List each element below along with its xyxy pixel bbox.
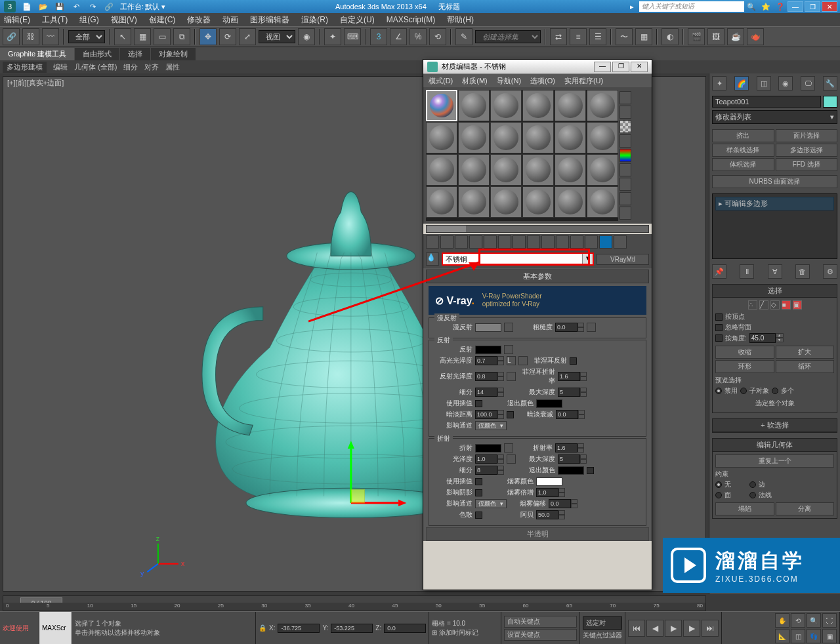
reflect-color[interactable] — [475, 346, 501, 354]
ref-coord[interactable]: 视图 — [259, 30, 295, 43]
material-slot[interactable] — [587, 154, 618, 186]
material-slot[interactable] — [587, 122, 618, 153]
subobj-poly-icon[interactable]: ■ — [782, 300, 791, 310]
subtab-polymodel[interactable]: 多边形建模 — [3, 62, 47, 73]
goto-end-icon[interactable]: ⏭ — [702, 620, 719, 637]
manipulate-icon[interactable]: ✦ — [324, 28, 341, 45]
btn-grow[interactable]: 扩大 — [776, 346, 835, 359]
subobj-border-icon[interactable]: ◇ — [770, 300, 780, 310]
refl-affect-dropdown[interactable]: 仅颜色▾ — [475, 421, 507, 430]
eyedropper-icon[interactable]: 💧 — [426, 252, 439, 266]
me-close-button[interactable]: ✕ — [631, 62, 648, 72]
btn-ring[interactable]: 环形 — [715, 360, 774, 373]
btn-patchsel[interactable]: 面片选择 — [776, 129, 838, 142]
utilities-panel-icon[interactable]: 🔧 — [823, 76, 837, 91]
refr-subdiv-spinner[interactable] — [475, 466, 504, 475]
region-zoom-icon[interactable]: ▣ — [822, 629, 837, 643]
make-unique-icon[interactable] — [498, 235, 511, 249]
mirror-icon[interactable]: ⇄ — [550, 28, 567, 45]
fog-bias-spinner[interactable] — [549, 499, 578, 508]
menu-maxscript[interactable]: MAXScript(M) — [387, 15, 436, 24]
preview-icon[interactable] — [620, 163, 631, 176]
menu-create[interactable]: 创建(C) — [149, 14, 176, 26]
add-time-tag[interactable]: ⊞ 添加时间标记 — [432, 628, 498, 637]
coord-x[interactable] — [278, 624, 320, 633]
sample-type-icon[interactable] — [620, 91, 631, 104]
material-slot[interactable] — [458, 154, 490, 186]
viewport-label[interactable]: [+][前][真实+边面] — [7, 78, 64, 88]
subtab-geom[interactable]: 几何体 (全部) — [74, 62, 117, 72]
assign-sel-icon[interactable] — [455, 235, 468, 249]
dim-falloff-spinner[interactable] — [556, 410, 585, 419]
maximize-button[interactable]: ❐ — [805, 1, 820, 12]
material-slot[interactable] — [587, 90, 618, 121]
key-filter-button[interactable]: 关键点过滤器 — [583, 631, 622, 640]
material-slot[interactable] — [587, 186, 618, 218]
tab-freeform[interactable]: 自由形式 — [75, 48, 119, 60]
show-end-icon[interactable]: Ⅱ — [740, 264, 754, 279]
btn-detach[interactable]: 分离 — [776, 502, 835, 515]
material-name-input[interactable] — [443, 254, 582, 264]
go-forward-icon[interactable] — [585, 235, 598, 249]
me-titlebar[interactable]: 材质编辑器 - 不锈钢 — ❐ ✕ — [423, 60, 652, 74]
material-type-button[interactable]: VRayMtl — [597, 254, 649, 265]
btn-nurbs[interactable]: NURBS 曲面选择 — [712, 175, 837, 188]
selection-filter[interactable]: 全部 — [68, 30, 105, 43]
options-icon[interactable] — [620, 178, 631, 191]
material-slot[interactable] — [555, 122, 586, 153]
bind-space-icon[interactable]: 〰 — [42, 28, 59, 45]
spinner-snap-icon[interactable]: ⟲ — [429, 28, 446, 45]
angle-snap-icon[interactable]: ∠ — [390, 28, 407, 45]
show-shaded-icon[interactable] — [541, 235, 555, 249]
remove-mod-icon[interactable]: 🗑 — [795, 264, 810, 279]
sel-filter-dd[interactable]: 选定对 — [583, 616, 622, 630]
object-name-field[interactable]: Teapot001 — [712, 96, 821, 108]
rollout-basic-params[interactable]: 基本参数 — [426, 270, 649, 283]
menu-rendering[interactable]: 渲染(R) — [301, 14, 328, 26]
render-prod-icon[interactable]: 🫖 — [747, 28, 764, 45]
radio-con-none[interactable] — [715, 481, 722, 488]
background-icon[interactable] — [620, 120, 631, 133]
chk-refr-interp[interactable] — [475, 478, 482, 485]
go-parent-icon[interactable] — [570, 235, 583, 249]
refr-gloss-map-btn[interactable] — [507, 454, 516, 464]
get-material-icon[interactable] — [426, 235, 439, 249]
reset-map-icon[interactable] — [469, 235, 482, 249]
btn-ffdsel[interactable]: FFD 选择 — [776, 158, 838, 171]
chk-refr-exit[interactable] — [587, 467, 594, 474]
hl-gloss-spinner[interactable] — [475, 356, 504, 365]
render-setup-icon[interactable]: 🎬 — [688, 28, 705, 45]
auto-key-button[interactable]: 自动关键点 — [504, 616, 577, 628]
spinner-angle[interactable]: ▴▾ — [749, 333, 784, 343]
subtab-edit[interactable]: 编辑 — [53, 62, 68, 72]
material-slot[interactable] — [522, 122, 554, 153]
stack-item-epoly[interactable]: ▸ 可编辑多边形 — [715, 197, 834, 211]
max-toggle-icon[interactable]: ◫ — [791, 629, 805, 643]
pin-stack-icon[interactable]: 📌 — [712, 264, 726, 279]
next-frame-icon[interactable]: ▶ — [683, 620, 700, 637]
modifier-stack[interactable]: ▸ 可编辑多边形 — [712, 193, 837, 259]
chk-fresnel[interactable] — [570, 357, 577, 365]
coord-y[interactable] — [331, 624, 373, 633]
snap-icon[interactable]: 3 — [370, 28, 387, 45]
me-minimize-button[interactable]: — — [594, 62, 611, 72]
refl-gloss-spinner[interactable] — [475, 372, 504, 381]
select-by-mat-icon[interactable] — [620, 192, 631, 205]
layers-icon[interactable]: ☰ — [589, 28, 606, 45]
orbit-icon[interactable]: ⟲ — [791, 613, 805, 628]
diffuse-map-btn[interactable] — [504, 323, 513, 332]
create-panel-icon[interactable]: ✦ — [712, 76, 726, 91]
menu-grapheditors[interactable]: 图形编辑器 — [250, 14, 289, 26]
vray-mat-icon[interactable] — [599, 235, 612, 249]
subtab-props[interactable]: 属性 — [165, 62, 180, 72]
refl-subdiv-spinner[interactable] — [475, 388, 504, 397]
rollout-translucency[interactable]: 半透明 — [426, 527, 649, 541]
material-slot[interactable] — [458, 186, 490, 218]
mat-map-nav-icon[interactable] — [620, 207, 631, 220]
me-hscroll[interactable] — [426, 225, 649, 233]
chk-ignoreback[interactable] — [715, 324, 723, 331]
walk-icon[interactable]: 👣 — [807, 629, 821, 643]
make-copy-icon[interactable] — [484, 235, 497, 249]
goto-start-icon[interactable]: ⏮ — [628, 620, 645, 637]
refract-map-btn[interactable] — [504, 443, 513, 453]
